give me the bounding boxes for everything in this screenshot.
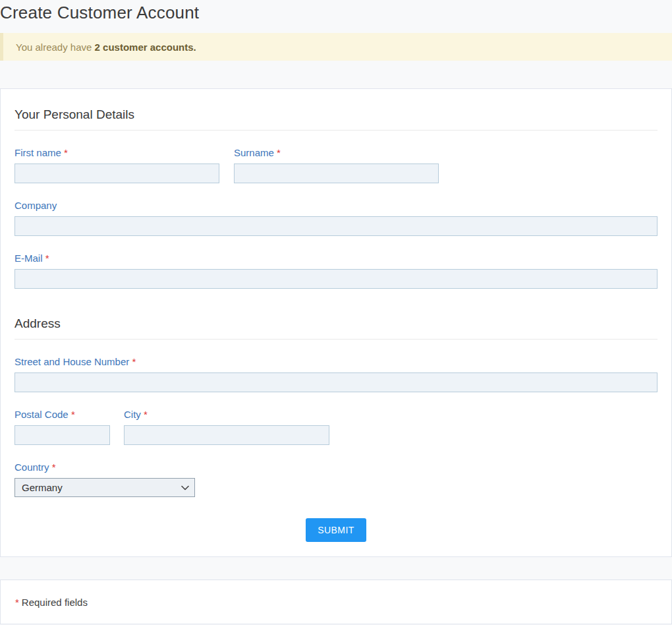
required-asterisk: * <box>64 147 68 158</box>
address-section: Address Street and House Number * Postal… <box>14 316 658 497</box>
required-asterisk: * <box>132 356 136 367</box>
postal-code-input[interactable] <box>14 425 110 445</box>
required-asterisk: * <box>45 253 49 264</box>
banner-text: You already have 2 customer accounts. <box>16 42 196 53</box>
first-name-group: First name * <box>14 147 219 183</box>
address-heading: Address <box>14 316 658 340</box>
banner-text-bold: 2 customer accounts. <box>95 42 196 53</box>
postal-code-group: Postal Code * <box>14 409 110 445</box>
city-label: City * <box>124 409 329 420</box>
email-input[interactable] <box>14 269 658 289</box>
personal-details-heading: Your Personal Details <box>14 107 658 131</box>
required-asterisk: * <box>71 409 75 420</box>
country-select[interactable]: Germany <box>14 478 195 497</box>
required-fields-note: * Required fields <box>0 580 672 624</box>
company-group: Company <box>14 200 658 236</box>
email-group: E-Mail * <box>14 253 658 289</box>
page-title: Create Customer Account <box>0 1 659 24</box>
name-row: First name * Surname * <box>14 147 658 183</box>
personal-details-section: Your Personal Details First name * Surna… <box>14 107 658 289</box>
surname-group: Surname * <box>234 147 439 183</box>
required-asterisk: * <box>144 409 148 420</box>
street-group: Street and House Number * <box>14 356 658 392</box>
first-name-input[interactable] <box>14 164 219 183</box>
required-note-text: Required fields <box>22 597 88 608</box>
country-select-wrap: Germany <box>14 478 195 497</box>
postal-city-row: Postal Code * City * <box>14 409 658 445</box>
submit-row: SUBMIT <box>14 518 658 542</box>
company-label: Company <box>14 200 658 211</box>
page-header: Create Customer Account <box>0 0 672 24</box>
email-label: E-Mail * <box>14 253 658 264</box>
required-asterisk: * <box>277 147 281 158</box>
street-input[interactable] <box>14 372 658 392</box>
surname-label: Surname * <box>234 147 439 158</box>
first-name-label: First name * <box>14 147 219 158</box>
submit-button[interactable]: SUBMIT <box>306 518 366 542</box>
account-count-banner: You already have 2 customer accounts. <box>0 33 672 61</box>
surname-input[interactable] <box>234 164 439 183</box>
street-label: Street and House Number * <box>14 356 658 367</box>
banner-text-prefix: You already have <box>16 42 95 53</box>
spacer <box>0 557 672 580</box>
company-input[interactable] <box>14 216 658 236</box>
create-account-form: Your Personal Details First name * Surna… <box>0 88 672 557</box>
spacer <box>0 61 672 88</box>
city-input[interactable] <box>124 425 329 445</box>
required-asterisk: * <box>52 461 56 473</box>
country-label: Country * <box>14 461 658 473</box>
postal-code-label: Postal Code * <box>14 409 110 420</box>
city-group: City * <box>124 409 329 445</box>
required-asterisk: * <box>15 597 19 608</box>
country-group: Country * Germany <box>14 461 658 497</box>
